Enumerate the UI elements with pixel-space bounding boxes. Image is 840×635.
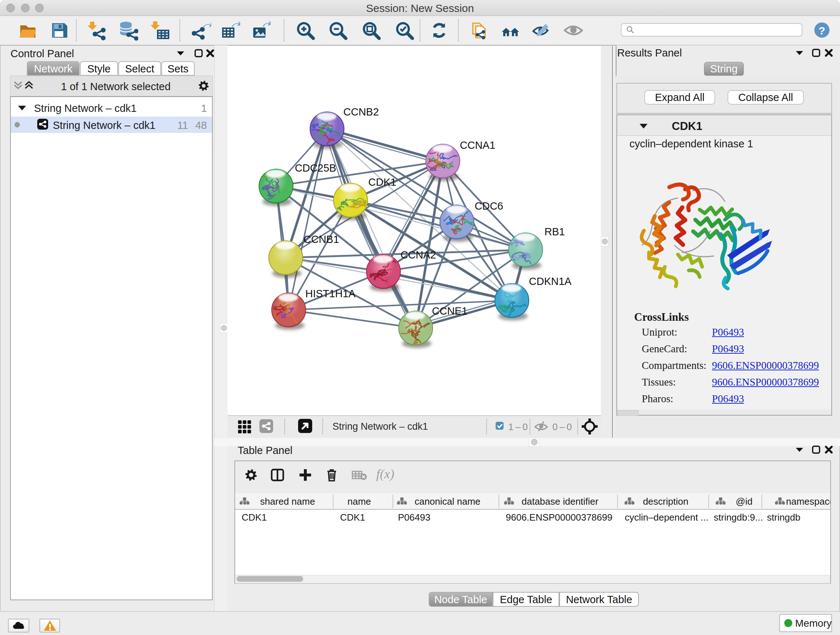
svg-text:CCNB2: CCNB2 [343, 106, 379, 118]
svg-text:CCNA1: CCNA1 [460, 139, 495, 151]
svg-text:CCNE1: CCNE1 [432, 305, 467, 317]
svg-text:CCNA2: CCNA2 [401, 249, 436, 261]
svg-text:CCNB1: CCNB1 [303, 233, 339, 245]
svg-text:CDC6: CDC6 [475, 200, 503, 212]
svg-text:CDKN1A: CDKN1A [529, 276, 572, 287]
svg-text:HIST1H1A: HIST1H1A [305, 288, 355, 299]
svg-text:CDK1: CDK1 [368, 176, 396, 188]
svg-text:RB1: RB1 [545, 226, 565, 238]
svg-text:CDC25B: CDC25B [295, 162, 336, 174]
